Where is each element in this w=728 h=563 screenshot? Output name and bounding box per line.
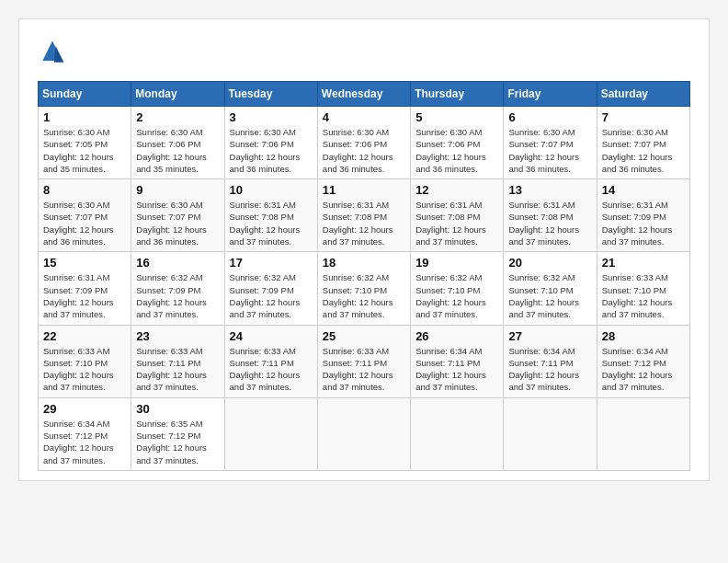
day-number: 30 (136, 402, 219, 416)
weekday-header-sunday: Sunday (39, 82, 131, 107)
day-info: Sunrise: 6:32 AMSunset: 7:10 PMDaylight:… (415, 271, 498, 320)
day-number: 11 (323, 183, 405, 197)
calendar-cell: 13Sunrise: 6:31 AMSunset: 7:08 PMDayligh… (504, 179, 597, 252)
day-info: Sunrise: 6:30 AMSunset: 7:07 PMDaylight:… (602, 126, 685, 175)
day-number: 10 (230, 183, 313, 197)
calendar-cell: 8Sunrise: 6:30 AMSunset: 7:07 PMDaylight… (39, 179, 131, 252)
calendar-cell: 7Sunrise: 6:30 AMSunset: 7:07 PMDaylight… (597, 107, 689, 179)
day-number: 20 (508, 256, 591, 270)
day-info: Sunrise: 6:34 AMSunset: 7:11 PMDaylight:… (508, 345, 591, 394)
day-info: Sunrise: 6:30 AMSunset: 7:07 PMDaylight:… (508, 126, 591, 175)
day-number: 4 (323, 110, 405, 124)
calendar-cell (317, 397, 410, 470)
day-info: Sunrise: 6:30 AMSunset: 7:06 PMDaylight:… (415, 126, 498, 175)
calendar-cell: 15Sunrise: 6:31 AMSunset: 7:09 PMDayligh… (39, 252, 131, 325)
svg-marker-1 (54, 46, 64, 63)
day-number: 28 (602, 329, 685, 343)
calendar-week-2: 8Sunrise: 6:30 AMSunset: 7:07 PMDaylight… (39, 179, 690, 252)
day-info: Sunrise: 6:32 AMSunset: 7:10 PMDaylight:… (323, 271, 405, 320)
weekday-header-wednesday: Wednesday (317, 82, 410, 107)
calendar-week-3: 15Sunrise: 6:31 AMSunset: 7:09 PMDayligh… (39, 252, 690, 325)
day-info: Sunrise: 6:32 AMSunset: 7:10 PMDaylight:… (508, 271, 591, 320)
calendar-cell: 12Sunrise: 6:31 AMSunset: 7:08 PMDayligh… (411, 179, 504, 252)
day-number: 2 (136, 110, 219, 124)
calendar-table: SundayMondayTuesdayWednesdayThursdayFrid… (38, 81, 690, 471)
day-number: 18 (323, 256, 405, 270)
calendar-cell: 24Sunrise: 6:33 AMSunset: 7:11 PMDayligh… (224, 325, 317, 397)
day-number: 22 (43, 329, 126, 343)
day-number: 19 (415, 256, 498, 270)
calendar-cell: 21Sunrise: 6:33 AMSunset: 7:10 PMDayligh… (597, 252, 689, 325)
day-info: Sunrise: 6:31 AMSunset: 7:08 PMDaylight:… (508, 199, 591, 247)
day-info: Sunrise: 6:31 AMSunset: 7:08 PMDaylight:… (323, 199, 405, 247)
calendar-week-5: 29Sunrise: 6:34 AMSunset: 7:12 PMDayligh… (39, 397, 690, 470)
day-info: Sunrise: 6:30 AMSunset: 7:07 PMDaylight:… (43, 199, 126, 247)
calendar-cell (597, 397, 689, 470)
day-number: 1 (43, 110, 126, 124)
weekday-header-thursday: Thursday (411, 82, 504, 107)
weekday-header-row: SundayMondayTuesdayWednesdayThursdayFrid… (39, 82, 690, 107)
logo-icon (38, 38, 67, 67)
day-info: Sunrise: 6:33 AMSunset: 7:10 PMDaylight:… (602, 271, 685, 320)
calendar-cell: 9Sunrise: 6:30 AMSunset: 7:07 PMDaylight… (131, 179, 224, 252)
calendar-container: SundayMondayTuesdayWednesdayThursdayFrid… (18, 18, 710, 481)
calendar-cell: 4Sunrise: 6:30 AMSunset: 7:06 PMDaylight… (317, 107, 410, 179)
day-number: 29 (43, 402, 126, 416)
day-number: 25 (323, 329, 405, 343)
calendar-cell: 11Sunrise: 6:31 AMSunset: 7:08 PMDayligh… (317, 179, 410, 252)
calendar-cell: 17Sunrise: 6:32 AMSunset: 7:09 PMDayligh… (224, 252, 317, 325)
day-number: 24 (230, 329, 313, 343)
day-info: Sunrise: 6:34 AMSunset: 7:11 PMDaylight:… (415, 345, 498, 394)
weekday-header-saturday: Saturday (597, 82, 689, 107)
day-info: Sunrise: 6:30 AMSunset: 7:06 PMDaylight:… (136, 126, 219, 175)
calendar-cell: 30Sunrise: 6:35 AMSunset: 7:12 PMDayligh… (131, 397, 224, 470)
day-info: Sunrise: 6:30 AMSunset: 7:06 PMDaylight:… (323, 126, 405, 175)
day-number: 14 (602, 183, 685, 197)
day-info: Sunrise: 6:30 AMSunset: 7:06 PMDaylight:… (230, 126, 313, 175)
day-number: 26 (415, 329, 498, 343)
day-number: 5 (415, 110, 498, 124)
day-number: 7 (602, 110, 685, 124)
day-number: 21 (602, 256, 685, 270)
day-number: 3 (230, 110, 313, 124)
day-info: Sunrise: 6:33 AMSunset: 7:10 PMDaylight:… (43, 345, 126, 394)
calendar-cell: 25Sunrise: 6:33 AMSunset: 7:11 PMDayligh… (317, 325, 410, 397)
day-number: 16 (136, 256, 219, 270)
calendar-cell: 26Sunrise: 6:34 AMSunset: 7:11 PMDayligh… (411, 325, 504, 397)
calendar-cell (411, 397, 504, 470)
day-number: 23 (136, 329, 219, 343)
day-info: Sunrise: 6:32 AMSunset: 7:09 PMDaylight:… (230, 271, 313, 320)
day-info: Sunrise: 6:33 AMSunset: 7:11 PMDaylight:… (323, 345, 405, 394)
calendar-cell: 1Sunrise: 6:30 AMSunset: 7:05 PMDaylight… (39, 107, 131, 179)
day-info: Sunrise: 6:31 AMSunset: 7:08 PMDaylight:… (230, 199, 313, 247)
calendar-cell: 27Sunrise: 6:34 AMSunset: 7:11 PMDayligh… (504, 325, 597, 397)
calendar-cell: 3Sunrise: 6:30 AMSunset: 7:06 PMDaylight… (224, 107, 317, 179)
header-section (38, 38, 690, 67)
calendar-cell: 5Sunrise: 6:30 AMSunset: 7:06 PMDaylight… (411, 107, 504, 179)
calendar-cell: 22Sunrise: 6:33 AMSunset: 7:10 PMDayligh… (39, 325, 131, 397)
calendar-week-1: 1Sunrise: 6:30 AMSunset: 7:05 PMDaylight… (39, 107, 690, 179)
day-number: 15 (43, 256, 126, 270)
calendar-cell: 18Sunrise: 6:32 AMSunset: 7:10 PMDayligh… (317, 252, 410, 325)
day-number: 8 (43, 183, 126, 197)
day-info: Sunrise: 6:30 AMSunset: 7:05 PMDaylight:… (43, 126, 126, 175)
day-number: 6 (508, 110, 591, 124)
calendar-cell: 10Sunrise: 6:31 AMSunset: 7:08 PMDayligh… (224, 179, 317, 252)
calendar-cell: 19Sunrise: 6:32 AMSunset: 7:10 PMDayligh… (411, 252, 504, 325)
day-number: 27 (508, 329, 591, 343)
day-info: Sunrise: 6:31 AMSunset: 7:09 PMDaylight:… (43, 271, 126, 320)
day-info: Sunrise: 6:34 AMSunset: 7:12 PMDaylight:… (602, 345, 685, 394)
calendar-cell (224, 397, 317, 470)
day-number: 13 (508, 183, 591, 197)
day-info: Sunrise: 6:33 AMSunset: 7:11 PMDaylight:… (136, 345, 219, 394)
calendar-cell: 6Sunrise: 6:30 AMSunset: 7:07 PMDaylight… (504, 107, 597, 179)
calendar-cell (504, 397, 597, 470)
day-info: Sunrise: 6:31 AMSunset: 7:08 PMDaylight:… (415, 199, 498, 247)
day-info: Sunrise: 6:34 AMSunset: 7:12 PMDaylight:… (43, 418, 126, 466)
weekday-header-monday: Monday (131, 82, 224, 107)
day-number: 12 (415, 183, 498, 197)
day-info: Sunrise: 6:32 AMSunset: 7:09 PMDaylight:… (136, 271, 219, 320)
calendar-cell: 23Sunrise: 6:33 AMSunset: 7:11 PMDayligh… (131, 325, 224, 397)
calendar-week-4: 22Sunrise: 6:33 AMSunset: 7:10 PMDayligh… (39, 325, 690, 397)
day-info: Sunrise: 6:33 AMSunset: 7:11 PMDaylight:… (230, 345, 313, 394)
